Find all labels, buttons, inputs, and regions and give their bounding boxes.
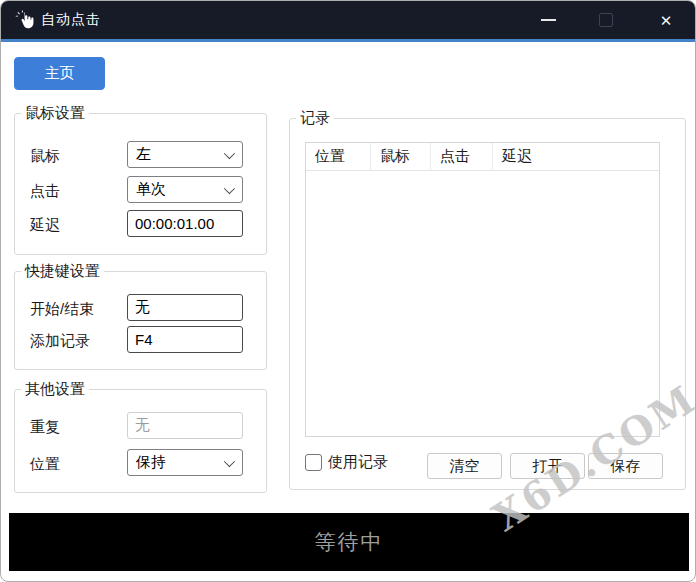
add-record-hotkey-input[interactable] — [127, 326, 243, 353]
minimize-button[interactable] — [525, 1, 571, 39]
start-stop-hotkey-input[interactable] — [127, 294, 243, 321]
column-header-delay[interactable]: 延迟 — [493, 143, 659, 170]
column-header-position[interactable]: 位置 — [306, 143, 371, 170]
use-records-row: 使用记录 — [305, 453, 388, 472]
title-bar: 自动点击 ✕ — [1, 1, 695, 42]
use-records-label: 使用记录 — [328, 453, 388, 472]
group-mouse-settings-title: 鼠标设置 — [21, 104, 89, 123]
add-record-label: 添加记录 — [30, 332, 90, 351]
status-text: 等待中 — [315, 528, 384, 556]
group-records-title: 记录 — [296, 109, 334, 128]
close-button[interactable]: ✕ — [643, 1, 689, 39]
chevron-down-icon — [224, 183, 235, 194]
minimize-icon — [541, 19, 556, 21]
chevron-down-icon — [224, 456, 235, 467]
maximize-icon — [599, 13, 613, 27]
records-list-header: 位置 鼠标 点击 延迟 — [306, 143, 659, 171]
position-select[interactable]: 保持 — [127, 449, 243, 476]
group-other-settings-title: 其他设置 — [21, 380, 89, 399]
open-button[interactable]: 打开 — [510, 453, 585, 479]
close-icon: ✕ — [660, 13, 673, 28]
status-bar: 等待中 — [9, 513, 689, 571]
records-list[interactable]: 位置 鼠标 点击 延迟 — [305, 142, 660, 437]
records-list-body[interactable] — [306, 171, 659, 439]
mouse-button-select[interactable]: 左 — [127, 141, 243, 168]
mouse-label: 鼠标 — [30, 147, 60, 166]
delay-input[interactable] — [127, 210, 243, 237]
mouse-button-select-value: 左 — [136, 145, 151, 164]
group-hotkey-settings: 快捷键设置 开始/结束 添加记录 — [14, 271, 267, 370]
position-label: 位置 — [30, 455, 60, 474]
repeat-input — [127, 412, 243, 439]
save-button[interactable]: 保存 — [588, 453, 663, 479]
repeat-label: 重复 — [30, 418, 60, 437]
start-stop-label: 开始/结束 — [30, 300, 94, 319]
home-button[interactable]: 主页 — [14, 57, 105, 90]
column-header-click[interactable]: 点击 — [431, 143, 493, 170]
window-title: 自动点击 — [41, 11, 101, 29]
app-window: 自动点击 ✕ 主页 鼠标设置 鼠标 左 点击 单次 延迟 快捷键设置 开始/结束 — [0, 0, 696, 582]
click-type-label: 点击 — [30, 182, 60, 201]
group-hotkey-settings-title: 快捷键设置 — [21, 262, 104, 281]
app-hand-cursor-icon — [14, 9, 36, 31]
group-mouse-settings: 鼠标设置 鼠标 左 点击 单次 延迟 — [14, 113, 267, 255]
chevron-down-icon — [224, 148, 235, 159]
group-records: 记录 位置 鼠标 点击 延迟 使用记录 清空 打开 保存 — [289, 118, 686, 490]
position-select-value: 保持 — [136, 453, 166, 472]
column-header-mouse[interactable]: 鼠标 — [371, 143, 431, 170]
click-type-select-value: 单次 — [136, 180, 166, 199]
delay-label: 延迟 — [30, 216, 60, 235]
group-other-settings: 其他设置 重复 位置 保持 — [14, 389, 267, 493]
use-records-checkbox[interactable] — [305, 454, 322, 471]
click-type-select[interactable]: 单次 — [127, 176, 243, 203]
maximize-button[interactable] — [583, 1, 629, 39]
clear-button[interactable]: 清空 — [427, 453, 502, 479]
